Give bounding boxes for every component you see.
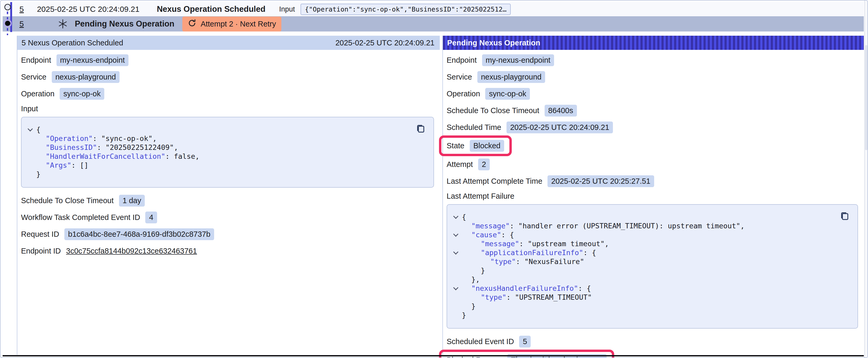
field-label: Scheduled Event ID bbox=[446, 337, 514, 346]
copy-icon[interactable] bbox=[839, 210, 851, 222]
code-line: "Args": [] bbox=[24, 161, 427, 170]
code-text: } bbox=[462, 266, 485, 275]
collapse-chevron-icon[interactable] bbox=[453, 214, 459, 219]
field-value-request-id: b1c6a4bc-8ee7-468a-9169-df3b02c8737b bbox=[64, 228, 214, 240]
details-bottom-divider bbox=[3, 355, 864, 356]
json-text: } bbox=[471, 302, 475, 310]
field-label: Schedule To Close Timeout bbox=[446, 106, 539, 115]
field-value-schedule-to-close-timeout: 1 day bbox=[119, 195, 145, 206]
pending-operation-card: Pending Nexus Operation Endpointmy-nexus… bbox=[442, 36, 864, 355]
field-row-workflow-task-completed-event-id: Workflow Task Completed Event ID4 bbox=[21, 211, 157, 223]
code-line: "Operation": "sync-op-ok", bbox=[24, 134, 427, 143]
timeline-active-node-icon[interactable] bbox=[3, 19, 12, 29]
event-id-link[interactable]: 5 bbox=[20, 5, 24, 14]
json-text: : { bbox=[578, 284, 591, 292]
field-label: Operation bbox=[21, 90, 54, 98]
json-text: } bbox=[481, 266, 485, 274]
retry-badge: Attempt 2 · Next Retry bbox=[182, 17, 281, 32]
event-input-preview[interactable]: {"Operation":"sync-op-ok","BusinessID":"… bbox=[301, 4, 511, 15]
field-row-endpoint: Endpointmy-nexus-endpoint bbox=[446, 54, 554, 66]
field-label: Service bbox=[21, 73, 46, 82]
scheduled-card-body: Endpointmy-nexus-endpointServicenexus-pl… bbox=[17, 50, 440, 257]
collapse-gutter bbox=[450, 252, 462, 254]
event-id-link[interactable]: 5 bbox=[20, 20, 24, 28]
scheduled-card-timestamp: 2025-02-25 UTC 20:24:09.21 bbox=[336, 39, 435, 47]
pending-card-title: Pending Nexus Operation bbox=[447, 39, 540, 47]
failure-json-block: {"message": "handler error (UPSTREAM_TIM… bbox=[446, 204, 858, 329]
workflow-event-detail-screen: 5 2025-02-25 UTC 20:24:09.21 Nexus Opera… bbox=[0, 0, 868, 358]
collapse-chevron-icon[interactable] bbox=[453, 231, 459, 237]
code-line: { bbox=[24, 125, 427, 134]
field-value-attempt: 2 bbox=[478, 159, 490, 170]
code-line: "applicationFailureInfo": { bbox=[450, 248, 851, 257]
event-row-pending[interactable]: 5 Pending Nexus Operation bbox=[3, 16, 864, 32]
json-text: } bbox=[36, 170, 40, 178]
json-key: "nexusHandlerFailureInfo" bbox=[471, 284, 578, 292]
pending-fields-bottom: Scheduled Event ID5Blocked ReasonThe cir… bbox=[446, 335, 864, 358]
pending-operation-title: Pending Nexus Operation bbox=[75, 19, 175, 29]
scheduled-fields-top: Endpointmy-nexus-endpointServicenexus-pl… bbox=[21, 54, 440, 100]
json-key: "Args" bbox=[46, 161, 71, 169]
json-text: : "upstream timeout", bbox=[519, 240, 609, 248]
code-text: "applicationFailureInfo": { bbox=[462, 248, 596, 257]
json-key: "cause" bbox=[471, 231, 501, 239]
field-row-scheduled-event-id: Scheduled Event ID5 bbox=[446, 335, 531, 348]
field-label: Schedule To Close Timeout bbox=[21, 196, 114, 205]
copy-icon[interactable] bbox=[415, 123, 427, 135]
code-text: "type": "UPSTREAM_TIMEOUT" bbox=[462, 293, 592, 302]
code-text: } bbox=[462, 311, 466, 320]
code-text: "BusinessID": "20250225122409", bbox=[36, 143, 178, 152]
scrollbar-thumb[interactable] bbox=[865, 45, 867, 150]
code-line: "BusinessID": "20250225122409", bbox=[24, 143, 427, 152]
event-name: Nexus Operation Scheduled bbox=[157, 4, 265, 14]
code-text: }, bbox=[462, 275, 480, 284]
code-text: { bbox=[36, 125, 40, 134]
field-label: Endpoint bbox=[21, 56, 51, 65]
json-key: "type" bbox=[481, 293, 506, 301]
collapse-gutter bbox=[450, 216, 462, 218]
code-text: } bbox=[462, 302, 475, 311]
field-row-service: Servicenexus-playground bbox=[446, 71, 545, 83]
json-key: "BusinessID" bbox=[46, 143, 97, 152]
event-detail-panels: 5 Nexus Operation Scheduled 2025-02-25 U… bbox=[17, 36, 864, 355]
json-text: : "20250225122409", bbox=[97, 143, 178, 152]
collapse-chevron-icon[interactable] bbox=[28, 126, 33, 131]
code-text: "Operation": "sync-op-ok", bbox=[36, 134, 157, 143]
field-row-scheduled-time: Scheduled Time2025-02-25 UTC 20:24:09.21 bbox=[446, 121, 613, 133]
field-label: Last Attempt Complete Time bbox=[446, 177, 542, 186]
code-line: "cause": { bbox=[450, 230, 851, 239]
failure-section-label: Last Attempt Failure bbox=[446, 192, 864, 200]
event-timestamp: 2025-02-25 UTC 20:24:09.21 bbox=[37, 5, 140, 14]
field-row-request-id: Request IDb1c6a4bc-8ee7-468a-9169-df3b02… bbox=[21, 228, 214, 240]
timeline-open-node-icon[interactable] bbox=[4, 3, 11, 12]
field-value-endpoint-id[interactable]: 3c0c75ccfa8144b092c13ce632463761 bbox=[66, 247, 197, 255]
field-row-schedule-to-close-timeout: Schedule To Close Timeout1 day bbox=[21, 194, 145, 206]
json-key: "HandlerWaitForCancellation" bbox=[46, 152, 165, 160]
field-row-endpoint-id: Endpoint ID3c0c75ccfa8144b092c13ce632463… bbox=[21, 245, 197, 257]
json-key: "type" bbox=[490, 258, 516, 266]
collapse-chevron-icon[interactable] bbox=[453, 285, 459, 290]
field-label: Endpoint bbox=[446, 56, 477, 65]
field-row-blocked-reason: Blocked ReasonThe circuit breaker is ope… bbox=[439, 350, 614, 358]
field-row-endpoint: Endpointmy-nexus-endpoint bbox=[21, 54, 128, 66]
code-text: "HandlerWaitForCancellation": false, bbox=[36, 152, 199, 161]
field-label: Endpoint ID bbox=[21, 247, 61, 255]
collapse-chevron-icon[interactable] bbox=[453, 249, 459, 255]
collapse-gutter bbox=[450, 287, 462, 290]
vertical-scrollbar[interactable] bbox=[864, 1, 867, 357]
json-text: : "sync-op-ok", bbox=[93, 134, 157, 142]
code-line: } bbox=[24, 170, 427, 179]
json-key: "Operation" bbox=[46, 134, 93, 142]
code-line: "message": "handler error (UPSTREAM_TIME… bbox=[450, 222, 851, 230]
scheduled-event-card: 5 Nexus Operation Scheduled 2025-02-25 U… bbox=[17, 36, 440, 355]
field-value-workflow-task-completed-event-id: 4 bbox=[145, 211, 157, 223]
code-line: "type": "UPSTREAM_TIMEOUT" bbox=[450, 293, 851, 302]
event-row-scheduled[interactable]: 5 2025-02-25 UTC 20:24:09.21 Nexus Opera… bbox=[3, 2, 864, 16]
code-line: } bbox=[450, 266, 851, 275]
json-text: : "handler error (UPSTREAM_TIMEOUT): ups… bbox=[510, 222, 745, 230]
code-text: "nexusHandlerFailureInfo": { bbox=[462, 284, 591, 293]
json-text: { bbox=[462, 213, 466, 221]
field-value-service: nexus-playground bbox=[477, 71, 546, 83]
field-row-operation: Operationsync-op-ok bbox=[21, 88, 104, 100]
field-label: Request ID bbox=[21, 230, 59, 238]
